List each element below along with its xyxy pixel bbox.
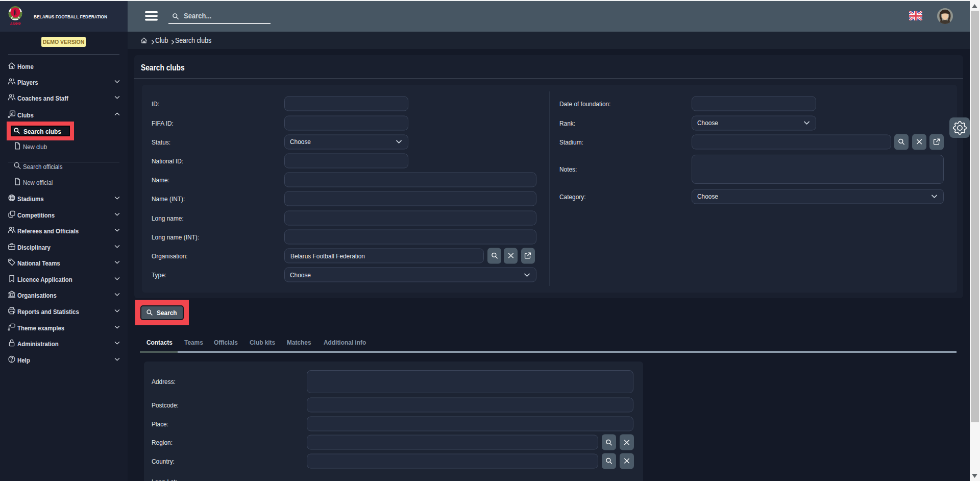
svg-text:АБФФ: АБФФ xyxy=(10,22,20,26)
